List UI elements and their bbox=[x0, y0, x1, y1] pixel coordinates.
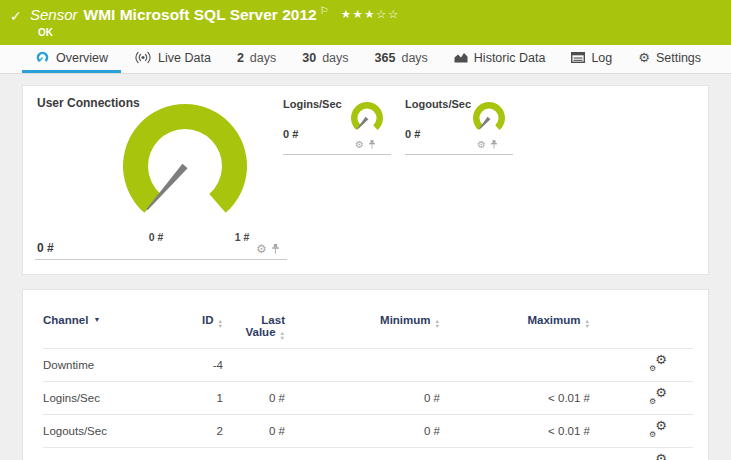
sort-icon: ▲▼ bbox=[218, 319, 223, 328]
column-header-last-value[interactable]: Last Value▲▼ bbox=[223, 304, 285, 349]
channel-minimum bbox=[285, 349, 440, 382]
tab-historic-data-label: Historic Data bbox=[474, 51, 546, 65]
object-kind-label: Sensor bbox=[30, 6, 78, 23]
column-header-minimum[interactable]: Minimum▲▼ bbox=[285, 304, 440, 349]
channel-maximum: < 0.01 # bbox=[440, 415, 590, 448]
channel-settings-icon[interactable]: ⚙⚙ bbox=[649, 356, 667, 372]
channel-id: 1 bbox=[173, 382, 223, 415]
channel-minimum: 0 # bbox=[285, 448, 440, 460]
column-header-channel[interactable]: Channel▼ bbox=[43, 304, 173, 349]
column-header-maximum[interactable]: Maximum▲▼ bbox=[440, 304, 590, 349]
area-chart-icon bbox=[454, 52, 468, 63]
table-header-row: Channel▼ ID▲▼ Last Value▲▼ Minimum▲▼ Max… bbox=[43, 304, 693, 349]
table-row: Downtime -4 ⚙⚙ bbox=[43, 349, 693, 382]
sort-icon: ▲▼ bbox=[585, 319, 590, 328]
table-row: User Connections 0 0 # 0 # 0 # ⚙⚙ bbox=[43, 448, 693, 460]
tab-2-days-number: 2 bbox=[237, 51, 244, 65]
channel-name: Logins/Sec bbox=[43, 382, 173, 415]
gauge-footer-icons: ⚙ bbox=[355, 140, 376, 150]
column-header-id[interactable]: ID▲▼ bbox=[173, 304, 223, 349]
channel-maximum: 0 # bbox=[440, 448, 590, 460]
column-header-settings bbox=[590, 304, 693, 349]
channel-minimum: 0 # bbox=[285, 415, 440, 448]
channel-maximum bbox=[440, 349, 590, 382]
tab-2-days-label: days bbox=[250, 51, 276, 65]
flag-icon: ⚐ bbox=[320, 5, 329, 16]
tab-live-data-label: Live Data bbox=[158, 51, 211, 65]
tab-365-days[interactable]: 365 days bbox=[362, 45, 441, 73]
channel-name: Logouts/Sec bbox=[43, 415, 173, 448]
tab-historic-data[interactable]: Historic Data bbox=[441, 45, 559, 73]
tab-365-days-number: 365 bbox=[375, 51, 396, 65]
gauge-footer-icons: ⚙ bbox=[256, 243, 280, 255]
logins-gauge-block: Logins/Sec 0 # ⚙ bbox=[283, 98, 391, 155]
user-connections-gauge bbox=[95, 94, 275, 244]
logins-value: 0 # bbox=[283, 128, 298, 140]
channel-settings-icon[interactable]: ⚙⚙ bbox=[649, 389, 667, 405]
log-list-icon bbox=[571, 52, 585, 63]
channel-last-value: 0 # bbox=[223, 415, 285, 448]
pin-icon[interactable] bbox=[271, 244, 280, 255]
tab-30-days[interactable]: 30 days bbox=[289, 45, 361, 73]
gauge-scale-min: 0 # bbox=[139, 231, 173, 243]
table-row: Logins/Sec 1 0 # 0 # < 0.01 # ⚙⚙ bbox=[43, 382, 693, 415]
user-connections-value: 0 # bbox=[37, 241, 54, 255]
gauge-divider bbox=[35, 259, 287, 260]
channel-settings-icon[interactable]: ⚙⚙ bbox=[649, 455, 667, 460]
gear-icon[interactable]: ⚙ bbox=[477, 140, 486, 150]
sensor-status-text: OK bbox=[38, 27, 53, 38]
stars-empty[interactable]: ☆☆ bbox=[376, 8, 400, 20]
tab-365-days-label: days bbox=[401, 51, 427, 65]
channel-id: 0 bbox=[173, 448, 223, 460]
channel-maximum: < 0.01 # bbox=[440, 382, 590, 415]
status-check-icon: ✓ bbox=[10, 8, 22, 24]
minimum-header-label: Minimum bbox=[380, 314, 430, 326]
tab-2-days[interactable]: 2 days bbox=[224, 45, 289, 73]
last-value-header-line1: Last bbox=[223, 314, 285, 326]
channel-header-label: Channel bbox=[43, 314, 88, 326]
tab-live-data[interactable]: Live Data bbox=[121, 45, 224, 73]
channel-settings-icon[interactable]: ⚙⚙ bbox=[649, 422, 667, 438]
gear-icon[interactable]: ⚙ bbox=[256, 243, 267, 255]
gauge-scale-max: 1 # bbox=[225, 231, 259, 243]
channels-table: Channel▼ ID▲▼ Last Value▲▼ Minimum▲▼ Max… bbox=[43, 304, 693, 460]
pin-icon[interactable] bbox=[490, 140, 498, 150]
sort-desc-icon: ▼ bbox=[93, 316, 100, 323]
id-header-label: ID bbox=[202, 314, 214, 326]
table-row: Logouts/Sec 2 0 # 0 # < 0.01 # ⚙⚙ bbox=[43, 415, 693, 448]
sort-icon: ▲▼ bbox=[280, 331, 285, 340]
channel-minimum: 0 # bbox=[285, 382, 440, 415]
priority-stars[interactable]: ★★★☆☆ bbox=[341, 8, 400, 20]
channel-last-value: 0 # bbox=[223, 382, 285, 415]
tab-30-days-label: days bbox=[322, 51, 348, 65]
logouts-gauge-block: Logouts/Sec 0 # ⚙ bbox=[405, 98, 513, 155]
tab-overview[interactable]: Overview bbox=[22, 45, 121, 73]
gear-icon[interactable]: ⚙ bbox=[355, 140, 364, 150]
channel-id: 2 bbox=[173, 415, 223, 448]
maximum-header-label: Maximum bbox=[528, 314, 581, 326]
tab-log[interactable]: Log bbox=[558, 45, 625, 73]
tab-settings[interactable]: ⚙ Settings bbox=[625, 45, 714, 73]
gauge-footer-icons: ⚙ bbox=[477, 140, 498, 150]
logins-gauge bbox=[347, 99, 387, 139]
tab-settings-label: Settings bbox=[656, 51, 701, 65]
gauge-title-logins: Logins/Sec bbox=[283, 98, 342, 110]
sensor-status-header: ✓ SensorWMI Microsoft SQL Server 2012⚐★★… bbox=[0, 0, 731, 45]
sort-icon: ▲▼ bbox=[435, 319, 440, 328]
gauge-title-logouts: Logouts/Sec bbox=[405, 98, 471, 110]
logouts-value: 0 # bbox=[405, 128, 420, 140]
tab-overview-label: Overview bbox=[56, 51, 108, 65]
pin-icon[interactable] bbox=[368, 140, 376, 150]
last-value-header-line2: Value bbox=[245, 326, 275, 338]
broadcast-icon bbox=[134, 51, 152, 64]
channels-panel: Channel▼ ID▲▼ Last Value▲▼ Minimum▲▼ Max… bbox=[22, 289, 709, 460]
channel-last-value: 0 # bbox=[223, 448, 285, 460]
stars-filled[interactable]: ★★★ bbox=[341, 8, 376, 20]
channel-last-value bbox=[223, 349, 285, 382]
channel-name: Downtime bbox=[43, 349, 173, 382]
tab-30-days-number: 30 bbox=[302, 51, 316, 65]
logouts-gauge bbox=[469, 99, 509, 139]
channel-id: -4 bbox=[173, 349, 223, 382]
tab-bar: Overview Live Data 2 days 30 days 365 da… bbox=[0, 45, 731, 74]
sensor-title: WMI Microsoft SQL Server 2012 bbox=[84, 6, 317, 23]
